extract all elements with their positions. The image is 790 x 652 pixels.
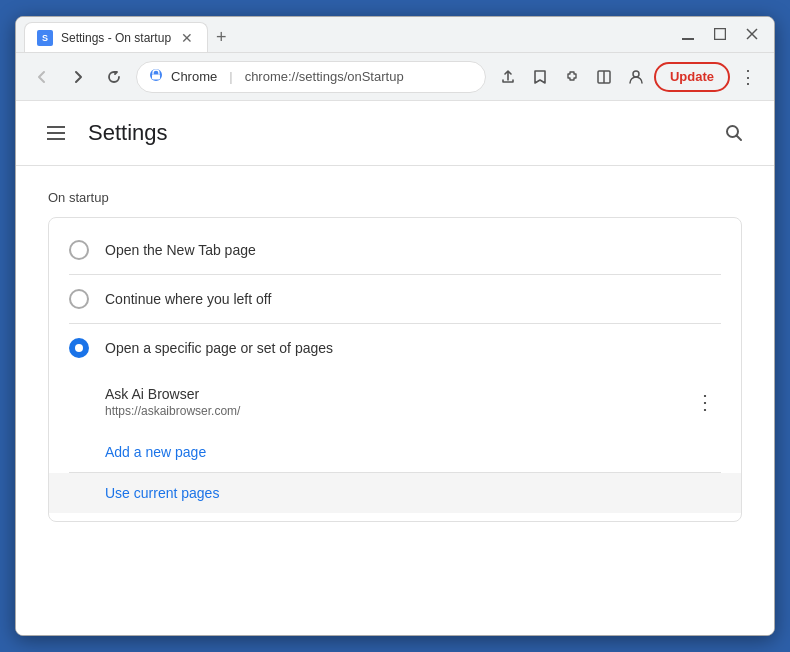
close-button[interactable] bbox=[738, 23, 766, 47]
bookmark-button[interactable] bbox=[526, 63, 554, 91]
settings-body: pc-help.com On startup Open the New Tab … bbox=[16, 166, 774, 635]
page-more-button[interactable]: ⋮ bbox=[689, 386, 721, 418]
use-current-pages-link[interactable]: Use current pages bbox=[49, 473, 741, 513]
url-full: chrome://settings/onStartup bbox=[245, 69, 404, 84]
option-continue-label: Continue where you left off bbox=[105, 291, 271, 307]
option-specific[interactable]: Open a specific page or set of pages bbox=[49, 324, 741, 372]
maximize-button[interactable] bbox=[706, 23, 734, 47]
svg-rect-1 bbox=[715, 28, 726, 39]
svg-line-13 bbox=[737, 136, 742, 141]
forward-button[interactable] bbox=[64, 63, 92, 91]
on-startup-label: On startup bbox=[48, 190, 742, 205]
hamburger-menu-button[interactable] bbox=[40, 117, 72, 149]
tabs-area: S Settings - On startup ✕ + bbox=[24, 17, 670, 52]
option-specific-label: Open a specific page or set of pages bbox=[105, 340, 333, 356]
more-menu-button[interactable]: ⋮ bbox=[734, 63, 762, 91]
radio-continue[interactable] bbox=[69, 289, 89, 309]
options-card: Open the New Tab page Continue where you… bbox=[48, 217, 742, 522]
back-button[interactable] bbox=[28, 63, 56, 91]
toolbar-icons: Update ⋮ bbox=[494, 62, 762, 92]
minimize-button[interactable] bbox=[674, 23, 702, 47]
tab-label: Settings - On startup bbox=[61, 31, 171, 45]
update-button[interactable]: Update bbox=[654, 62, 730, 92]
svg-rect-0 bbox=[682, 38, 694, 40]
title-bar: S Settings - On startup ✕ + bbox=[16, 17, 774, 53]
settings-search-button[interactable] bbox=[718, 117, 750, 149]
svg-rect-5 bbox=[152, 75, 160, 80]
radio-new-tab[interactable] bbox=[69, 240, 89, 260]
profile-button[interactable] bbox=[622, 63, 650, 91]
startup-page-name: Ask Ai Browser bbox=[105, 386, 681, 402]
tab-favicon: S bbox=[37, 30, 53, 46]
settings-title: Settings bbox=[88, 120, 702, 146]
extensions-button[interactable] bbox=[558, 63, 586, 91]
address-bar: Chrome | chrome://settings/onStartup Upd… bbox=[16, 53, 774, 101]
option-continue[interactable]: Continue where you left off bbox=[49, 275, 741, 323]
lock-icon bbox=[149, 68, 163, 85]
split-view-button[interactable] bbox=[590, 63, 618, 91]
url-divider: | bbox=[229, 69, 232, 84]
svg-point-8 bbox=[633, 71, 639, 77]
share-button[interactable] bbox=[494, 63, 522, 91]
page-content: Settings pc-help.com On startup Open the… bbox=[16, 101, 774, 635]
url-bar[interactable]: Chrome | chrome://settings/onStartup bbox=[136, 61, 486, 93]
new-tab-button[interactable]: + bbox=[208, 23, 235, 52]
startup-page-url: https://askaibrowser.com/ bbox=[105, 404, 681, 418]
reload-button[interactable] bbox=[100, 63, 128, 91]
tab-close-button[interactable]: ✕ bbox=[179, 29, 195, 47]
add-new-page-link[interactable]: Add a new page bbox=[49, 432, 741, 472]
browser-window: S Settings - On startup ✕ + bbox=[15, 16, 775, 636]
option-new-tab-label: Open the New Tab page bbox=[105, 242, 256, 258]
window-controls bbox=[674, 23, 766, 47]
active-tab[interactable]: S Settings - On startup ✕ bbox=[24, 22, 208, 52]
settings-header: Settings bbox=[16, 101, 774, 166]
radio-specific[interactable] bbox=[69, 338, 89, 358]
startup-page-row: Ask Ai Browser https://askaibrowser.com/… bbox=[49, 372, 741, 432]
option-new-tab[interactable]: Open the New Tab page bbox=[49, 226, 741, 274]
startup-page-info: Ask Ai Browser https://askaibrowser.com/ bbox=[105, 386, 681, 418]
url-origin: Chrome bbox=[171, 69, 217, 84]
